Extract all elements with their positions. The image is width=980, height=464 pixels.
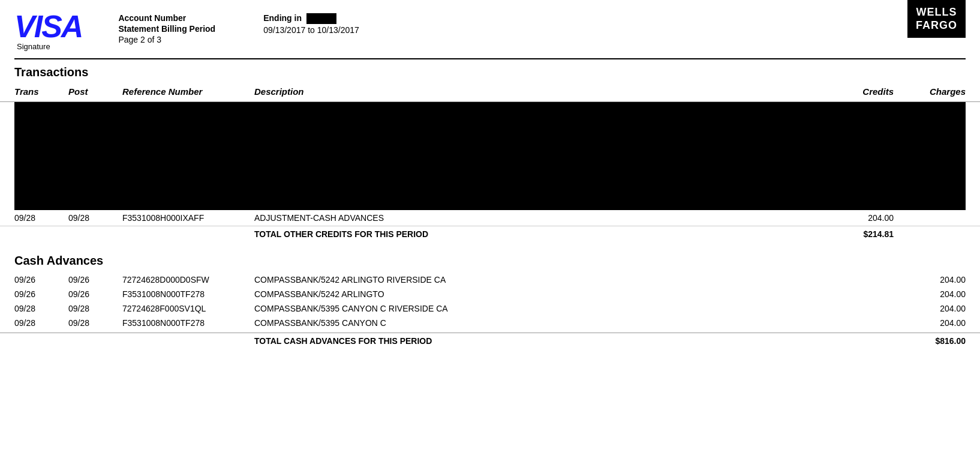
reference-number: F3531008N000TF278	[122, 289, 254, 299]
trans-date: 09/28	[14, 318, 68, 328]
ending-info: Ending in	[263, 13, 359, 24]
col-header-credits: Credits	[822, 86, 894, 97]
description: COMPASSBANK/5395 CANYON C	[254, 318, 822, 328]
visa-brand: VISA Signature	[14, 11, 82, 51]
charges-amount: 204.00	[894, 289, 966, 299]
total-cash-advances-row: TOTAL CASH ADVANCES FOR THIS PERIOD $816…	[0, 333, 980, 349]
col-header-reference: Reference Number	[122, 86, 254, 97]
reference-number: F3531008H000IXAFF	[122, 213, 254, 223]
trans-date: 09/28	[14, 304, 68, 313]
total-cash-charges: $816.00	[894, 336, 966, 346]
ending-block: Ending in 09/13/2017 to 10/13/2017	[263, 13, 359, 35]
table-row: 09/28 09/28 F3531008H000IXAFF ADJUSTMENT…	[0, 210, 980, 226]
post-date: 09/28	[68, 213, 122, 223]
wells-fargo-logo: WELLS FARGO	[907, 0, 966, 38]
description: COMPASSBANK/5242 ARLINGTO	[254, 289, 822, 299]
account-info-block: Account Number Statement Billing Period …	[118, 13, 215, 44]
description: COMPASSBANK/5242 ARLINGTO RIVERSIDE CA	[254, 275, 822, 285]
page-header: VISA Signature Account Number Statement …	[0, 0, 980, 58]
col-header-charges: Charges	[894, 86, 966, 97]
redacted-block	[14, 102, 966, 210]
col-header-trans: Trans	[14, 86, 68, 97]
transactions-section: Transactions Trans Post Reference Number…	[0, 59, 980, 242]
table-row: 09/26 09/26 F3531008N000TF278 COMPASSBAN…	[0, 287, 980, 301]
col-header-description: Description	[254, 86, 822, 97]
table-row: 09/28 09/28 72724628F000SV1QL COMPASSBAN…	[0, 301, 980, 316]
description: ADJUSTMENT-CASH ADVANCES	[254, 213, 822, 223]
total-credits-value: $214.81	[822, 229, 894, 239]
billing-period: 09/13/2017 to 10/13/2017	[263, 25, 359, 35]
col-header-post: Post	[68, 86, 122, 97]
account-number-redacted	[306, 13, 336, 24]
reference-number: 72724628F000SV1QL	[122, 304, 254, 313]
credits-amount: 204.00	[822, 213, 894, 223]
statement-billing-period-label: Statement Billing Period	[118, 24, 215, 34]
trans-date: 09/28	[14, 213, 68, 223]
account-number-label: Account Number	[118, 13, 215, 23]
table-header: Trans Post Reference Number Description …	[0, 82, 980, 102]
total-credits-label: TOTAL OTHER CREDITS FOR THIS PERIOD	[254, 229, 822, 239]
total-cash-credits	[822, 336, 894, 346]
total-cash-label: TOTAL CASH ADVANCES FOR THIS PERIOD	[254, 336, 822, 346]
charges-amount: 204.00	[894, 304, 966, 313]
reference-number: 72724628D000D0SFW	[122, 275, 254, 285]
visa-logo: VISA	[14, 11, 82, 42]
post-date: 09/26	[68, 275, 122, 285]
table-row: 09/26 09/26 72724628D000D0SFW COMPASSBAN…	[0, 273, 980, 287]
post-date: 09/26	[68, 289, 122, 299]
trans-date: 09/26	[14, 289, 68, 299]
transactions-title: Transactions	[0, 59, 980, 82]
description: COMPASSBANK/5395 CANYON C RIVERSIDE CA	[254, 304, 822, 313]
total-credits-row: TOTAL OTHER CREDITS FOR THIS PERIOD $214…	[0, 226, 980, 242]
cash-advances-section: Cash Advances 09/26 09/26 72724628D000D0…	[0, 242, 980, 349]
ending-label: Ending in	[263, 13, 302, 23]
table-row: 09/28 09/28 F3531008N000TF278 COMPASSBAN…	[0, 316, 980, 330]
post-date: 09/28	[68, 318, 122, 328]
trans-date: 09/26	[14, 275, 68, 285]
charges-amount: 204.00	[894, 318, 966, 328]
charges-amount: 204.00	[894, 275, 966, 285]
cash-advances-title: Cash Advances	[0, 247, 980, 273]
post-date: 09/28	[68, 304, 122, 313]
reference-number: F3531008N000TF278	[122, 318, 254, 328]
visa-signature: Signature	[17, 42, 82, 51]
page-info: Page 2 of 3	[118, 35, 215, 44]
